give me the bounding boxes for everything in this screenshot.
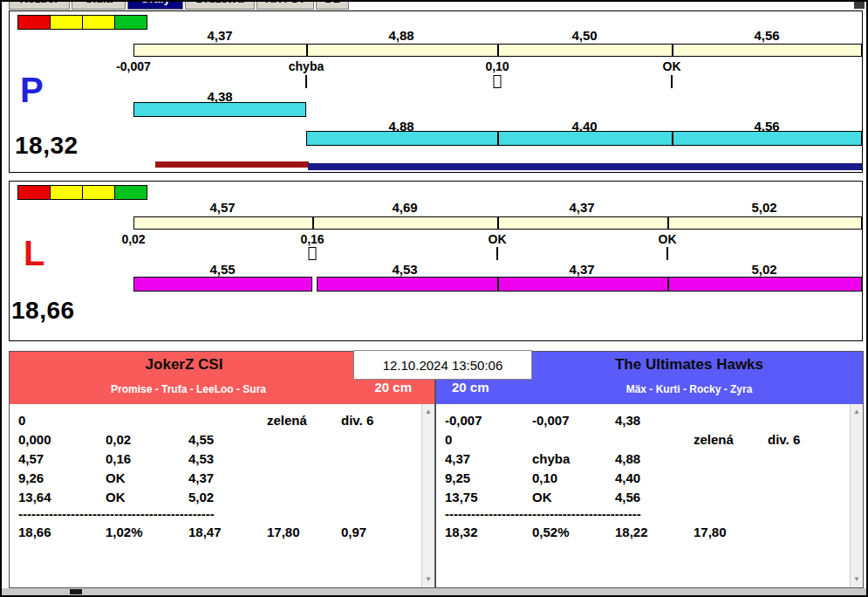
segment-value: 4,37	[207, 28, 232, 43]
table-separator: ----------------------------------------…	[10, 507, 280, 523]
results-table-right[interactable]: -0,007-0,0074,38 0zelenádiv. 6 4,37chyba…	[436, 404, 863, 587]
cell	[615, 430, 694, 449]
cell: 0,52%	[532, 523, 615, 542]
datetime-box: 12.10.2024 13:50:06	[353, 350, 532, 380]
tick-label: 0,16	[300, 232, 324, 246]
table-total-row: 18,661,02%18,4717,800,97	[10, 523, 434, 542]
indicator-square-yellow	[50, 15, 83, 30]
cell: 4,38	[615, 411, 694, 430]
indicator-square-red	[17, 185, 51, 200]
indicator-square-green	[114, 185, 147, 200]
panel-l-graph: 4,57 4,69 4,37 5,02 0,02 0,16 OK OK L 4,…	[9, 181, 863, 341]
cell: 13,75	[445, 488, 532, 507]
table-row: 4,570,164,53	[10, 449, 434, 469]
total-time-p: 18,32	[15, 132, 79, 160]
team-name: JokerZ CSI	[10, 356, 359, 374]
tab-cidla[interactable]: Čidla	[72, 2, 126, 10]
table-row: 0zelenádiv. 6	[10, 411, 434, 430]
bar-divider	[497, 131, 499, 146]
indicator-square-green	[114, 15, 147, 30]
tick-label: chyba	[289, 59, 324, 73]
tick-label: 0,02	[121, 232, 145, 246]
cell	[768, 411, 863, 430]
table-row: 0,0000,024,55	[10, 430, 434, 449]
cell: -0,007	[445, 411, 532, 430]
cell	[188, 411, 267, 430]
cell: 18,32	[445, 523, 532, 542]
tick-label: 0,10	[485, 59, 509, 73]
tab-label: Družstva	[196, 2, 244, 5]
tab-rozbor[interactable]: Rozbor	[9, 2, 70, 10]
lane-letter-l: L	[24, 236, 44, 271]
cell: 9,25	[445, 469, 532, 488]
cell: 0,02	[106, 430, 188, 449]
tab-druzstva[interactable]: Družstva	[185, 2, 255, 10]
app-window: Rozbor Čidla Grafy Družstva RR / ST DL 4…	[0, 0, 868, 597]
split-time-bar-p	[306, 131, 862, 146]
cell: 17,80	[267, 523, 341, 542]
tab-rr-st[interactable]: RR / ST	[256, 2, 314, 10]
cursor-marker	[494, 75, 502, 88]
tab-label: Grafy	[140, 2, 170, 5]
segment-value: 4,88	[388, 28, 413, 43]
tick-label: OK	[663, 59, 681, 73]
cell: 18,22	[615, 523, 694, 542]
cell	[768, 449, 863, 469]
indicator-square-red	[17, 15, 51, 30]
results-table-left[interactable]: 0zelenádiv. 6 0,0000,024,55 4,570,164,53…	[10, 404, 434, 587]
datetime-text: 12.10.2024 13:50:06	[383, 358, 503, 373]
cell	[694, 411, 768, 430]
scroll-up-icon[interactable]: ▲	[851, 406, 863, 418]
cell: 18,47	[188, 523, 267, 542]
bar-divider	[497, 277, 499, 292]
scroll-up-icon[interactable]: ▲	[422, 406, 434, 418]
cell	[532, 430, 615, 449]
cell: 13,64	[18, 488, 106, 507]
table-row: 13,75OK4,56	[436, 488, 863, 507]
cursor-marker	[309, 247, 317, 260]
scrollbar[interactable]: ▲ ▼	[850, 404, 863, 587]
cell: div. 6	[768, 430, 863, 449]
reference-time-bar	[133, 44, 862, 57]
segment-value: 5,02	[751, 200, 776, 215]
cell: OK	[106, 488, 188, 507]
tab-grafy[interactable]: Grafy	[127, 2, 183, 10]
tick-line	[671, 75, 673, 88]
scroll-down-icon[interactable]: ▼	[422, 573, 434, 586]
team-members: Mäx - Kurti - Rocky - Zyra	[523, 383, 855, 395]
cell: 18,66	[18, 523, 106, 542]
tab-label: DL	[325, 2, 339, 5]
table-row: 9,26OK4,37	[10, 469, 434, 488]
scroll-down-icon[interactable]: ▼	[851, 573, 863, 586]
table-row: -0,007-0,0074,38	[436, 411, 863, 430]
progress-bar-maroon	[155, 161, 309, 168]
tick-label: OK	[489, 232, 507, 246]
team-members: Promise - Trufa - LeeLoo - Sura	[10, 383, 367, 395]
lane-letter-p: P	[20, 72, 44, 107]
cell: 4,57	[18, 449, 106, 469]
indicator-square-yellow	[82, 15, 115, 30]
team-panel-left: JokerZ CSI Promise - Trufa - LeeLoo - Su…	[9, 351, 435, 588]
cell: OK	[532, 488, 615, 507]
cell: 9,26	[18, 469, 106, 488]
indicator-square-yellow	[50, 185, 83, 200]
bar-divider	[306, 44, 308, 57]
category-label: 20 cm	[374, 380, 412, 395]
cell	[341, 430, 434, 449]
tab-label: RR / ST	[265, 2, 305, 5]
tab-label: Rozbor	[20, 2, 59, 5]
tick-line	[496, 247, 498, 260]
tab-label: Čidla	[85, 2, 113, 5]
tab-dl[interactable]: DL	[316, 2, 349, 10]
tick-line	[305, 75, 307, 88]
bottom-strip-square	[70, 589, 82, 594]
scrollbar[interactable]: ▲ ▼	[421, 404, 434, 587]
panel-p-graph: 4,37 4,88 4,50 4,56 -0,007 chyba 0,10 OK…	[9, 10, 863, 173]
team-panel-right: The Ultimates Hawks Mäx - Kurti - Rocky …	[435, 351, 864, 588]
reference-time-bar	[133, 216, 862, 230]
cell	[341, 469, 434, 488]
cell: -0,007	[532, 411, 615, 430]
segment-value: 4,57	[209, 200, 235, 215]
cell: 0,10	[532, 469, 615, 488]
cell: 4,88	[615, 449, 694, 469]
